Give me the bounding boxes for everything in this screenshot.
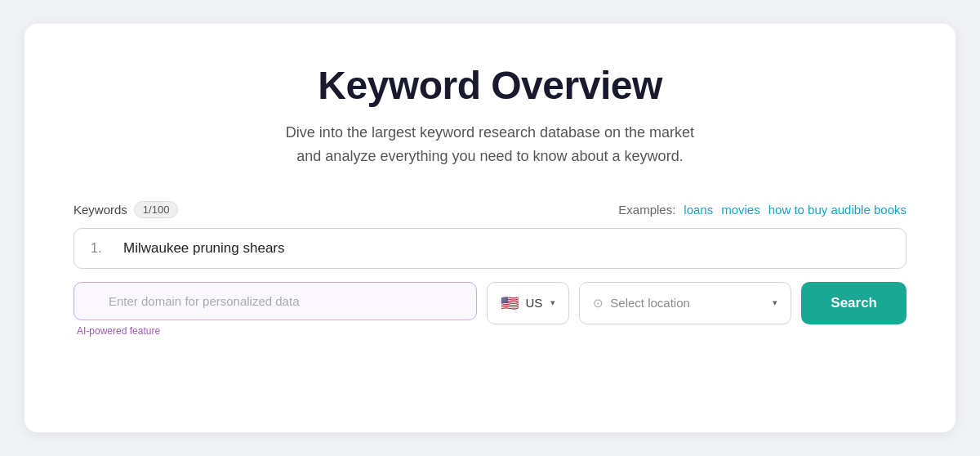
location-icon: ⊙	[593, 296, 604, 311]
examples-label: Examples:	[618, 203, 675, 217]
location-placeholder: Select location	[610, 296, 690, 310]
domain-input[interactable]	[74, 282, 477, 320]
meta-row: Keywords 1/100 Examples: loans movies ho…	[74, 201, 906, 218]
example-link-audible[interactable]: how to buy audible books	[768, 203, 906, 217]
keywords-badge: 1/100	[134, 201, 179, 218]
main-card: Keyword Overview Dive into the largest k…	[24, 24, 956, 432]
domain-input-container: ✦	[74, 282, 477, 320]
controls-row: ✦ AI-powered feature 🇺🇸 US ▾ ⊙ Select lo…	[74, 282, 906, 337]
location-chevron-icon: ▾	[773, 297, 777, 308]
example-link-loans[interactable]: loans	[684, 203, 713, 217]
domain-input-wrapper: ✦ AI-powered feature	[74, 282, 477, 337]
search-button[interactable]: Search	[801, 282, 906, 324]
keyword-text: Milwaukee pruning shears	[123, 240, 889, 257]
example-link-movies[interactable]: movies	[721, 203, 760, 217]
keyword-input-row: 1. Milwaukee pruning shears	[74, 228, 906, 269]
page-subtitle: Dive into the largest keyword research d…	[286, 121, 694, 168]
flag-icon: 🇺🇸	[501, 294, 519, 312]
ai-powered-label: AI-powered feature	[74, 325, 477, 337]
examples-row: Examples: loans movies how to buy audibl…	[618, 203, 906, 217]
country-chevron-icon: ▾	[550, 297, 555, 308]
keywords-label: Keywords 1/100	[74, 201, 178, 218]
country-select[interactable]: 🇺🇸 US ▾	[487, 282, 569, 324]
country-value: US	[525, 296, 542, 310]
page-title: Keyword Overview	[318, 63, 662, 108]
location-select[interactable]: ⊙ Select location ▾	[579, 282, 791, 324]
keyword-number: 1.	[91, 241, 110, 256]
